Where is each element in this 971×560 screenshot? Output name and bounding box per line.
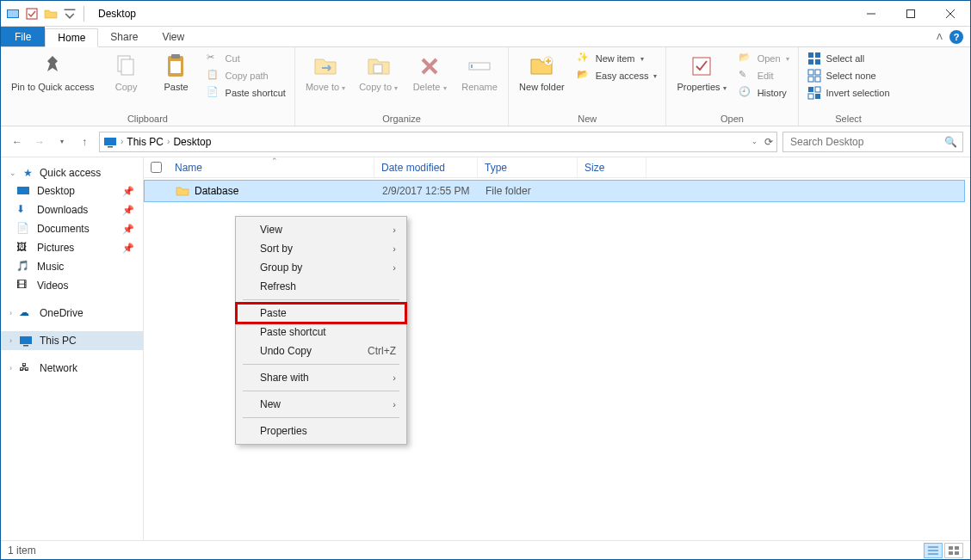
ribbon-group-label: Clipboard: [6, 114, 289, 126]
easy-access-button[interactable]: 📂Easy access ▾: [573, 68, 661, 83]
sidebar-item-downloads[interactable]: ⬇Downloads📌: [1, 200, 143, 219]
ctx-undo-copy[interactable]: Undo CopyCtrl+Z: [236, 342, 406, 360]
nav-up-button[interactable]: ↑: [75, 132, 94, 151]
table-row[interactable]: Database 2/9/2017 12:55 PM File folder: [144, 180, 965, 202]
edit-button[interactable]: ✎Edit: [735, 68, 793, 83]
search-input[interactable]: [789, 135, 926, 149]
paste-shortcut-button[interactable]: 📄Paste shortcut: [203, 85, 289, 101]
folder-icon: [176, 184, 189, 198]
new-folder-button[interactable]: New folder: [514, 49, 570, 96]
explorer-icon: [6, 7, 20, 21]
svg-rect-19: [808, 59, 813, 65]
ctx-sort-by[interactable]: Sort by›: [236, 239, 406, 258]
ctx-refresh[interactable]: Refresh: [236, 277, 406, 296]
cut-button[interactable]: ✂Cut: [203, 51, 289, 66]
column-type[interactable]: Type: [478, 157, 578, 177]
ctx-view[interactable]: View›: [236, 220, 406, 239]
nav-back-button[interactable]: ←: [8, 132, 27, 151]
ctx-paste[interactable]: Paste: [236, 304, 406, 323]
column-size[interactable]: Size: [578, 157, 646, 177]
address-history-dropdown[interactable]: ⌄: [751, 138, 758, 145]
sidebar-item-pictures[interactable]: 🖼Pictures📌: [1, 238, 143, 257]
svg-rect-40: [955, 551, 959, 555]
tab-view[interactable]: View: [150, 27, 196, 46]
sidebar-item-documents[interactable]: 📄Documents📌: [1, 219, 143, 238]
qat-folder-icon[interactable]: [44, 7, 58, 21]
copy-to-icon: [365, 52, 393, 80]
details-view-button[interactable]: [924, 543, 943, 558]
edit-icon: ✎: [739, 69, 752, 83]
column-headers: Name⌃ Date modified Type Size: [144, 157, 970, 178]
qat-properties-icon[interactable]: [25, 7, 39, 21]
sidebar-item-onedrive[interactable]: ›☁OneDrive: [1, 304, 143, 323]
sidebar-item-desktop[interactable]: Desktop📌: [1, 182, 143, 200]
address-bar[interactable]: › This PC › Desktop ⌄ ⟳: [99, 132, 777, 152]
open-icon: 📂: [739, 52, 752, 65]
breadcrumb[interactable]: Desktop: [173, 136, 211, 148]
svg-rect-8: [121, 59, 133, 75]
svg-rect-30: [108, 146, 113, 148]
tab-file[interactable]: File: [1, 27, 45, 46]
nav-forward-button[interactable]: →: [30, 132, 49, 151]
ctx-group-by[interactable]: Group by›: [236, 258, 406, 277]
sidebar-item-network[interactable]: ›🖧Network: [1, 359, 143, 378]
properties-icon: [688, 52, 715, 80]
breadcrumb[interactable]: This PC: [127, 136, 164, 148]
copy-button[interactable]: Copy: [103, 49, 150, 96]
rename-button[interactable]: Rename: [456, 49, 503, 96]
minimize-button[interactable]: [851, 1, 891, 26]
ribbon: Pin to Quick access Copy Paste ✂Cut 📋Cop…: [1, 47, 970, 126]
new-item-button[interactable]: ✨New item ▾: [573, 51, 661, 66]
chevron-right-icon: ›: [9, 364, 12, 372]
tab-share[interactable]: Share: [98, 27, 150, 46]
copy-path-button[interactable]: 📋Copy path: [203, 68, 289, 83]
tab-home[interactable]: Home: [45, 28, 98, 47]
delete-button[interactable]: Delete ▾: [406, 49, 453, 96]
window-title: Desktop: [98, 8, 136, 20]
pin-to-quick-access-button[interactable]: Pin to Quick access: [6, 49, 100, 96]
ctx-paste-shortcut[interactable]: Paste shortcut: [236, 323, 406, 342]
pin-icon: 📌: [122, 186, 134, 197]
pin-icon: 📌: [122, 205, 134, 216]
ctx-properties[interactable]: Properties: [236, 422, 406, 440]
refresh-icon[interactable]: ⟳: [764, 136, 773, 148]
qat-dropdown-icon[interactable]: [63, 7, 77, 21]
chevron-right-icon: ›: [9, 309, 12, 317]
sidebar-item-this-pc[interactable]: ›This PC: [1, 331, 143, 350]
search-box[interactable]: 🔍: [782, 132, 963, 152]
close-button[interactable]: [931, 1, 970, 26]
monitor-icon: [103, 135, 117, 149]
collapse-ribbon-icon[interactable]: ᐱ: [937, 32, 943, 41]
column-name[interactable]: Name⌃: [168, 157, 374, 177]
history-button[interactable]: 🕘History: [735, 85, 793, 101]
select-none-button[interactable]: Select none: [804, 68, 894, 83]
rename-icon: [466, 52, 493, 80]
svg-rect-27: [808, 94, 813, 99]
move-to-button[interactable]: Move to ▾: [300, 49, 350, 96]
svg-rect-21: [808, 70, 813, 75]
sidebar-item-videos[interactable]: 🎞Videos: [1, 276, 143, 295]
context-menu: View› Sort by› Group by› Refresh Paste P…: [235, 216, 407, 445]
thumbnails-view-button[interactable]: [944, 543, 963, 558]
ribbon-group-label: Organize: [300, 114, 503, 126]
select-all-button[interactable]: Select all: [804, 51, 894, 66]
nav-recent-dropdown[interactable]: ▾: [53, 132, 71, 151]
sidebar-item-music[interactable]: 🎵Music: [1, 257, 143, 276]
help-icon[interactable]: ?: [949, 30, 963, 44]
copy-to-button[interactable]: Copy to ▾: [354, 49, 403, 96]
column-date[interactable]: Date modified: [374, 157, 478, 177]
properties-button[interactable]: Properties ▾: [671, 49, 731, 96]
sidebar-item-quick-access[interactable]: ⌄★Quick access: [1, 164, 143, 182]
ctx-share-with[interactable]: Share with›: [236, 368, 406, 387]
maximize-button[interactable]: [891, 1, 931, 26]
open-button[interactable]: 📂Open ▾: [735, 51, 793, 66]
easy-access-icon: 📂: [577, 69, 591, 83]
file-list-area[interactable]: Name⌃ Date modified Type Size Database 2…: [144, 157, 970, 540]
paste-shortcut-icon: 📄: [207, 86, 220, 100]
documents-icon: 📄: [16, 222, 30, 236]
search-icon[interactable]: 🔍: [944, 136, 957, 148]
paste-button[interactable]: Paste: [153, 49, 200, 96]
select-all-checkbox[interactable]: [151, 162, 162, 173]
ctx-new[interactable]: New›: [236, 395, 406, 414]
invert-selection-button[interactable]: Invert selection: [804, 85, 894, 101]
